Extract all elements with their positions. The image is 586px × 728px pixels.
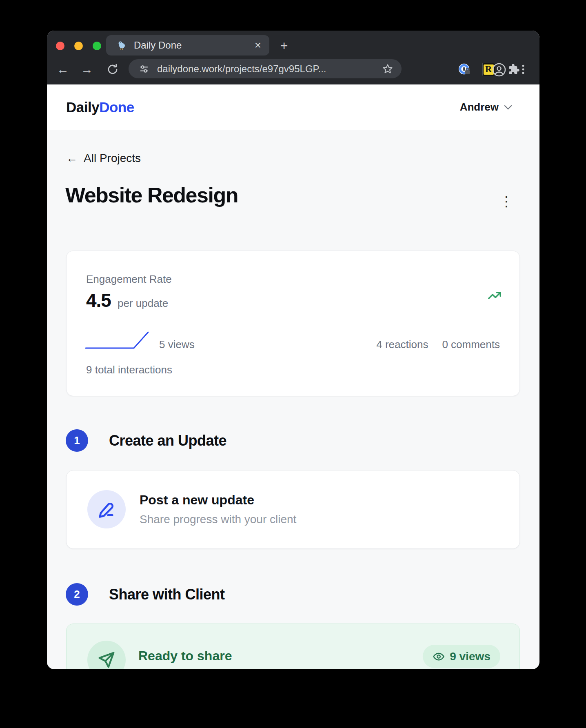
step-2-number-badge: 2 xyxy=(66,583,88,606)
url-bar[interactable]: dailydone.work/projects/e97gv95LGP... xyxy=(129,59,402,78)
post-update-card[interactable]: Post a new update Share progress with yo… xyxy=(66,470,520,549)
ready-to-share-title: Ready to share xyxy=(138,648,232,664)
step-2-header: 2 Share with Client xyxy=(66,583,225,606)
site-settings-icon[interactable] xyxy=(138,63,150,75)
browser-menu-icon[interactable] xyxy=(515,62,531,77)
toolbar-divider xyxy=(482,63,483,75)
views-sparkline xyxy=(84,329,151,351)
tab-close-icon[interactable]: × xyxy=(255,40,261,51)
chevron-down-icon xyxy=(504,104,513,110)
engagement-label: Engagement Rate xyxy=(86,273,172,286)
engagement-rate-value: 4.5 xyxy=(86,289,111,311)
ready-to-share-card[interactable]: Ready to share 9 views xyxy=(66,624,520,669)
views-badge: 9 views xyxy=(423,645,500,668)
reactions-stat: 4 reactions xyxy=(376,338,428,351)
url-text[interactable]: dailydone.work/projects/e97gv95LGP... xyxy=(157,63,382,75)
back-icon[interactable]: ← xyxy=(55,62,71,77)
pencil-icon xyxy=(87,490,126,528)
screenshot-stage: Daily Done × + ← → dailydone.work/projec… xyxy=(0,0,586,728)
send-icon xyxy=(87,641,126,669)
engagement-rate-suffix: per update xyxy=(118,297,168,310)
window-minimize-button[interactable] xyxy=(74,42,83,50)
user-name: Andrew xyxy=(460,101,499,113)
app-header: DailyDone Andrew xyxy=(47,84,539,130)
new-tab-button[interactable]: + xyxy=(275,37,293,54)
dodo-favicon-icon xyxy=(117,40,127,51)
project-menu-icon[interactable]: ⋮ xyxy=(499,193,514,209)
views-badge-label: 9 views xyxy=(450,650,491,663)
trending-up-icon xyxy=(488,289,502,304)
views-stat: 5 views xyxy=(159,338,195,351)
engagement-card: Engagement Rate 4.5 per update 5 views 4… xyxy=(66,251,520,396)
post-update-title: Post a new update xyxy=(140,493,254,508)
left-arrow-icon: ← xyxy=(66,152,78,165)
bookmark-star-icon[interactable] xyxy=(382,63,393,75)
window-close-button[interactable] xyxy=(56,42,64,50)
step-1-title: Create an Update xyxy=(109,432,226,449)
step-1-header: 1 Create an Update xyxy=(66,429,226,452)
password-manager-extension-icon[interactable] xyxy=(457,62,471,76)
tab-title: Daily Done xyxy=(134,40,255,51)
step-2-title: Share with Client xyxy=(109,586,225,603)
eye-icon xyxy=(433,650,445,663)
page-title: Website Redesign xyxy=(65,183,238,207)
reload-icon[interactable] xyxy=(105,62,120,77)
window-zoom-button[interactable] xyxy=(93,42,101,50)
user-menu[interactable]: Andrew xyxy=(460,101,513,113)
browser-chrome: Daily Done × + ← → dailydone.work/projec… xyxy=(47,31,539,84)
back-link-label: All Projects xyxy=(84,152,141,165)
step-1-number-badge: 1 xyxy=(66,429,88,452)
profile-avatar-icon[interactable] xyxy=(491,62,507,78)
browser-tab[interactable]: Daily Done × xyxy=(106,35,269,55)
post-update-subtitle: Share progress with your client xyxy=(140,513,296,526)
forward-icon[interactable]: → xyxy=(79,62,95,77)
browser-window: Daily Done × + ← → dailydone.work/projec… xyxy=(47,31,539,669)
comments-stat: 0 comments xyxy=(442,338,500,351)
total-interactions-stat: 9 total interactions xyxy=(86,364,172,376)
dailydone-logo[interactable]: DailyDone xyxy=(66,99,134,115)
back-to-projects-link[interactable]: ← All Projects xyxy=(66,152,141,165)
